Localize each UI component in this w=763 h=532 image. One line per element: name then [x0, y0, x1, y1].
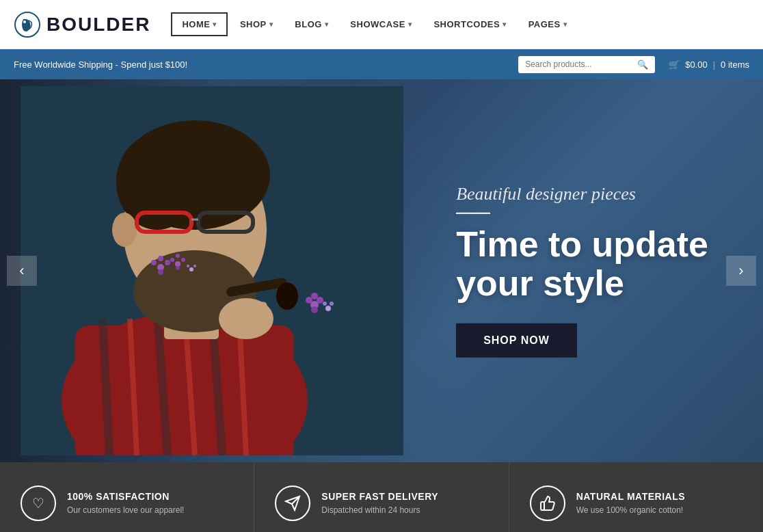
info-bar: Free Worldwide Shipping - Spend just $10… [0, 49, 763, 79]
hero-title: Time to update your style [456, 225, 708, 303]
svg-point-41 [306, 297, 312, 304]
nav-home[interactable]: HOME ▾ [171, 12, 228, 36]
hero-figure [21, 79, 403, 462]
svg-point-29 [176, 266, 180, 270]
svg-point-1 [23, 21, 26, 23]
hero-divider [456, 213, 490, 214]
svg-rect-37 [239, 300, 248, 321]
feature-materials: NATURAL MATERIALS We use 100% organic co… [509, 462, 763, 532]
feature-satisfaction: ♡ 100% SATISFACTION Our customers love o… [0, 462, 254, 532]
cart-items-count: 0 items [721, 59, 749, 70]
slider-prev-button[interactable]: ‹ [7, 256, 37, 286]
chevron-down-icon: ▾ [408, 21, 412, 28]
search-box[interactable]: 🔍 [518, 56, 655, 73]
svg-point-42 [317, 297, 323, 304]
svg-point-21 [151, 260, 157, 265]
search-input[interactable] [525, 59, 633, 69]
svg-point-31 [187, 265, 189, 267]
hero-slider: ‹ Beautiful designer pieces Time to upda… [0, 79, 763, 462]
delivery-icon [275, 486, 310, 521]
svg-point-22 [165, 260, 170, 265]
svg-point-24 [158, 269, 163, 275]
shipping-text: Free Worldwide Shipping - Spend just $10… [14, 59, 518, 70]
logo-icon [14, 11, 41, 38]
svg-point-15 [112, 213, 137, 247]
svg-rect-38 [250, 300, 258, 320]
chevron-left-icon: ‹ [19, 262, 24, 280]
hero-subtitle: Beautiful designer pieces [456, 184, 708, 204]
svg-point-45 [325, 306, 331, 311]
person-svg [21, 86, 403, 455]
cart-amount: $0.00 [685, 59, 708, 70]
feature-materials-desc: We use 100% organic cotton! [576, 505, 685, 516]
satisfaction-icon: ♡ [21, 486, 56, 521]
chevron-down-icon: ▾ [325, 21, 329, 28]
cart-area[interactable]: 🛒 $0.00 | 0 items [669, 59, 749, 70]
svg-point-28 [176, 254, 180, 258]
nav-pages[interactable]: PAGES ▾ [519, 14, 577, 35]
site-header: BOULDER HOME ▾ SHOP ▾ BLOG ▾ SHOWCASE ▾ … [0, 0, 763, 49]
main-nav: HOME ▾ SHOP ▾ BLOG ▾ SHOWCASE ▾ SHORTCOD… [171, 12, 749, 36]
svg-point-46 [323, 302, 327, 306]
search-icon: 🔍 [637, 59, 648, 70]
logo[interactable]: BOULDER [14, 11, 150, 38]
svg-point-26 [170, 258, 174, 262]
cart-icon: 🛒 [669, 59, 680, 70]
nav-showcase[interactable]: SHOWCASE ▾ [340, 14, 421, 35]
materials-icon [530, 486, 565, 521]
nav-shop[interactable]: SHOP ▾ [230, 14, 282, 35]
hero-background [0, 79, 458, 462]
chevron-down-icon: ▾ [269, 21, 273, 28]
svg-point-32 [193, 265, 196, 267]
hero-content: Beautiful designer pieces Time to update… [456, 184, 708, 358]
chevron-down-icon: ▾ [563, 21, 567, 28]
nav-blog[interactable]: BLOG ▾ [285, 14, 338, 35]
features-bar: ♡ 100% SATISFACTION Our customers love o… [0, 462, 763, 532]
svg-point-44 [311, 306, 318, 313]
chevron-down-icon: ▾ [213, 21, 217, 28]
feature-satisfaction-title: 100% SATISFACTION [67, 491, 184, 502]
feature-delivery-desc: Dispatched within 24 hours [321, 505, 438, 516]
feature-delivery-title: SUPER FAST DELIVERY [321, 491, 438, 502]
svg-point-23 [158, 256, 163, 261]
chevron-right-icon: › [738, 262, 743, 280]
feature-delivery: SUPER FAST DELIVERY Dispatched within 24… [254, 462, 509, 532]
svg-point-47 [330, 302, 334, 306]
feature-materials-title: NATURAL MATERIALS [576, 491, 685, 502]
svg-point-43 [311, 293, 318, 300]
chevron-down-icon: ▾ [503, 21, 507, 28]
feature-satisfaction-desc: Our customers love our apparel! [67, 505, 184, 516]
shop-now-button[interactable]: Shop Now [456, 323, 577, 358]
svg-point-25 [175, 261, 180, 267]
slider-next-button[interactable]: › [726, 256, 756, 286]
svg-point-30 [189, 267, 193, 271]
svg-point-34 [276, 282, 298, 310]
nav-shortcodes[interactable]: SHORTCODES ▾ [424, 14, 516, 35]
svg-point-27 [181, 258, 185, 262]
logo-text: BOULDER [46, 14, 150, 36]
